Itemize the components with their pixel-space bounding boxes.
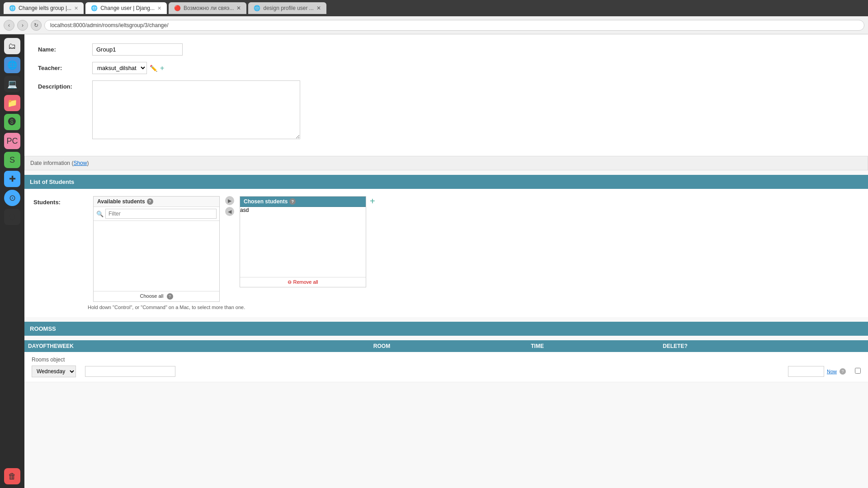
- teacher-input-wrapper: maksut_dilshat ✏️ +: [92, 62, 854, 74]
- move-left-button[interactable]: ◀: [225, 207, 234, 216]
- name-input[interactable]: [92, 43, 183, 56]
- day-select[interactable]: Monday Tuesday Wednesday Thursday Friday…: [32, 366, 76, 377]
- date-info-show-link[interactable]: Show: [73, 160, 87, 166]
- remove-all-label: Remove all: [293, 279, 318, 285]
- choose-all-row: Choose all ?: [94, 291, 219, 301]
- add-student-button[interactable]: +: [370, 195, 375, 206]
- col-room-header: ROOM: [370, 340, 527, 352]
- help-text: Hold down "Control", or "Command" on a M…: [88, 305, 859, 310]
- remove-all-button[interactable]: ⊖ Remove all: [288, 279, 318, 285]
- students-section-wrapper: List of Students Students: Available stu…: [24, 175, 868, 317]
- os-icon-app4[interactable]: ✚: [4, 171, 20, 187]
- os-icon-app1[interactable]: 🅢: [4, 114, 20, 130]
- filter-input[interactable]: [105, 209, 217, 219]
- students-row: Students: Available students ? 🔍: [33, 196, 859, 302]
- time-input[interactable]: [788, 366, 824, 377]
- room-input-wrapper: [85, 366, 779, 377]
- roomss-tbody: Rooms object Monday Tuesday Wednesday Th…: [24, 352, 868, 382]
- tab-1-close[interactable]: ✕: [74, 5, 78, 11]
- filter-row: 🔍: [94, 207, 219, 221]
- students-widgets-container: Available students ? 🔍 Choose all: [93, 196, 375, 302]
- os-icon-trash[interactable]: 🗑: [4, 468, 20, 484]
- chosen-student-item: asd: [240, 207, 366, 213]
- roomss-header-row: DAYOFTHEWEEK ROOM TIME DELETE?: [24, 340, 868, 352]
- description-input-wrapper: [92, 80, 854, 141]
- tab-3[interactable]: 🔴 Возможно ли свяэ... ✕: [169, 2, 246, 14]
- tab-3-close[interactable]: ✕: [236, 5, 241, 11]
- chosen-widget: Chosen students ? asd ⊖ Remove all: [240, 196, 366, 287]
- delete-checkbox-wrapper: [855, 368, 861, 375]
- name-row: Name:: [38, 43, 854, 56]
- col-day-header: DAYOFTHEWEEK: [24, 340, 370, 352]
- teacher-edit-button[interactable]: ✏️: [150, 65, 157, 72]
- form-section: Name: Teacher: maksut_dilshat ✏️ +: [24, 34, 868, 156]
- roomss-table: DAYOFTHEWEEK ROOM TIME DELETE? Rooms obj…: [24, 340, 868, 382]
- rooms-object-cell: Rooms object Monday Tuesday Wednesday Th…: [24, 352, 868, 382]
- date-info-bar: Date information (Show): [24, 156, 868, 170]
- description-row: Description:: [38, 80, 854, 141]
- teacher-add-button[interactable]: +: [160, 64, 164, 72]
- students-section-header: List of Students: [24, 175, 868, 189]
- address-bar[interactable]: localhost:8000/admin/rooms/ieltsgroup/3/…: [44, 20, 864, 31]
- tab-4-label: design profile user ...: [263, 5, 313, 11]
- forward-button[interactable]: ›: [17, 20, 28, 31]
- os-icon-toggle[interactable]: ⊙: [4, 190, 20, 206]
- date-info-label: Date information: [30, 160, 70, 166]
- roomss-section: DAYOFTHEWEEK ROOM TIME DELETE? Rooms obj…: [24, 340, 868, 382]
- tab-1[interactable]: 🌐 Change ielts group |... ✕: [4, 2, 84, 14]
- available-widget: Available students ? 🔍 Choose all: [93, 196, 220, 302]
- os-icon-app2[interactable]: PC: [4, 133, 20, 149]
- os-sidebar: 🗂 🌐 💻 📁 🅢 PC S ✚ ⊙ Q 🗑: [0, 34, 24, 488]
- remove-all-icon: ⊖: [288, 279, 292, 285]
- os-icon-browser[interactable]: 🌐: [4, 57, 20, 73]
- browser-nav: ‹ › ↻ localhost:8000/admin/rooms/ieltsgr…: [0, 16, 868, 34]
- available-students-list[interactable]: [94, 221, 219, 291]
- rooms-object-label: Rooms object: [28, 355, 864, 364]
- os-icon-app3[interactable]: S: [4, 152, 20, 168]
- delete-checkbox[interactable]: [855, 368, 861, 374]
- tab-2[interactable]: 🌐 Change user | Djang... ✕: [85, 2, 167, 14]
- students-section: Students: Available students ? 🔍: [24, 189, 868, 317]
- roomss-section-header: ROOMSS: [24, 322, 868, 336]
- now-link[interactable]: Now: [827, 369, 837, 374]
- remove-all-row: ⊖ Remove all: [240, 277, 366, 287]
- name-label: Name:: [38, 43, 92, 53]
- col-delete-header: DELETE?: [659, 340, 868, 352]
- os-icon-terminal[interactable]: 💻: [4, 76, 20, 92]
- search-icon: 🔍: [96, 211, 104, 217]
- description-textarea[interactable]: [92, 80, 300, 139]
- add-student-button-wrapper: +: [370, 196, 375, 206]
- choose-all-help-icon: ?: [167, 293, 173, 300]
- tab-4-favicon: 🌐: [254, 5, 260, 11]
- description-label: Description:: [38, 80, 92, 90]
- name-input-wrapper: [92, 43, 854, 56]
- available-help-icon: ?: [147, 198, 153, 205]
- teacher-row: Teacher: maksut_dilshat ✏️ +: [38, 62, 854, 74]
- chosen-students-list[interactable]: asd: [240, 207, 366, 277]
- os-icon-folder[interactable]: 📁: [4, 95, 20, 111]
- tab-1-label: Change ielts group |...: [19, 5, 71, 11]
- os-icon-app5[interactable]: Q: [4, 209, 20, 225]
- teacher-select[interactable]: maksut_dilshat: [92, 62, 147, 74]
- tab-3-favicon: 🔴: [174, 5, 181, 11]
- tab-3-label: Возможно ли свяэ...: [184, 5, 234, 11]
- chosen-header-label: Chosen students: [244, 198, 288, 205]
- tab-4[interactable]: 🌐 design profile user ... ✕: [248, 2, 326, 14]
- tab-2-close[interactable]: ✕: [157, 5, 161, 11]
- tab-1-favicon: 🌐: [9, 5, 16, 11]
- os-icon-files[interactable]: 🗂: [4, 38, 20, 54]
- tab-2-favicon: 🌐: [91, 5, 98, 11]
- room-input[interactable]: [85, 366, 175, 377]
- chosen-help-icon: ?: [289, 198, 296, 205]
- back-button[interactable]: ‹: [4, 20, 14, 31]
- roomss-section-wrapper: ROOMSS DAYOFTHEWEEK ROOM TIME DELETE?: [24, 322, 868, 382]
- move-right-button[interactable]: ▶: [225, 196, 234, 205]
- tab-2-label: Change user | Djang...: [100, 5, 155, 11]
- tab-4-close[interactable]: ✕: [316, 5, 321, 11]
- arrow-buttons: ▶ ◀: [223, 196, 236, 216]
- refresh-button[interactable]: ↻: [31, 20, 42, 31]
- table-row: Rooms object Monday Tuesday Wednesday Th…: [24, 352, 868, 382]
- address-text: localhost:8000/admin/rooms/ieltsgroup/3/…: [50, 22, 169, 28]
- time-help-icon: ?: [840, 368, 846, 375]
- available-header-label: Available students: [97, 198, 145, 205]
